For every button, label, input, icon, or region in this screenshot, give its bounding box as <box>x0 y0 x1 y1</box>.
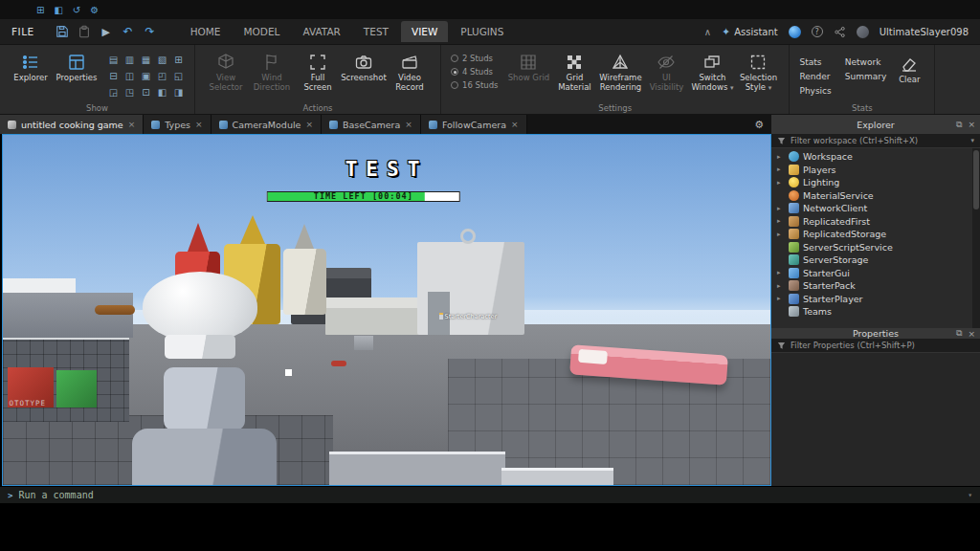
doc-tab-cameramodule[interactable]: CameraModule × <box>212 115 322 134</box>
close-tab-icon[interactable]: × <box>195 120 203 129</box>
show-mini-toggle-icon[interactable]: ⊞ <box>170 52 187 68</box>
stud-option-16[interactable]: 16 Studs <box>451 80 498 90</box>
show-mini-toggle-icon[interactable]: ⊡ <box>138 84 154 100</box>
show-mini-toggle-icon[interactable]: ▤ <box>105 52 122 68</box>
show-mini-toggle-icon[interactable]: ▥ <box>122 52 138 68</box>
close-tab-icon[interactable]: × <box>305 120 313 129</box>
explorer-button[interactable]: Explorer <box>8 50 54 86</box>
save-icon[interactable] <box>56 25 69 38</box>
stud-option-4[interactable]: 4 Studs <box>451 67 498 77</box>
explorer-filter-input[interactable]: Filter workspace (Ctrl+Shift+X) ▾ <box>771 134 980 148</box>
tree-item-replicatedstorage[interactable]: ▸ReplicatedStorage <box>771 228 980 241</box>
show-mini-toggle-icon[interactable]: ◫ <box>122 68 138 84</box>
chevron-right-icon[interactable]: ▸ <box>777 231 785 238</box>
tab-plugins[interactable]: PLUGINS <box>450 21 514 42</box>
show-mini-toggle-icon[interactable]: ◲ <box>105 84 122 100</box>
doc-tab-types[interactable]: Types × <box>144 115 211 134</box>
tab-home[interactable]: HOME <box>180 21 232 42</box>
clear-stats-button[interactable]: Clear <box>892 52 926 88</box>
close-tab-icon[interactable]: × <box>405 120 412 129</box>
tree-item-starterplayer[interactable]: ▸StarterPlayer <box>771 293 980 306</box>
tab-test[interactable]: TEST <box>353 21 399 42</box>
screenshot-button[interactable]: Screenshot <box>341 50 387 86</box>
show-grid-button[interactable]: Show Grid <box>505 50 551 86</box>
undo-icon[interactable]: ↶ <box>122 25 135 38</box>
show-mini-toggle-icon[interactable]: ◳ <box>122 84 138 100</box>
play-icon[interactable]: ▶ <box>100 25 113 38</box>
show-mini-toggle-icon[interactable]: ⊟ <box>105 68 122 84</box>
render-button[interactable]: Render <box>799 72 831 81</box>
wind-direction-button[interactable]: Wind Direction <box>249 50 295 96</box>
tree-item-networkclient[interactable]: ▸NetworkClient <box>771 202 980 215</box>
chevron-right-icon[interactable]: ▸ <box>777 153 785 161</box>
chevron-right-icon[interactable]: ▸ <box>777 205 785 212</box>
close-panel-icon[interactable]: × <box>968 329 975 339</box>
help-icon[interactable]: ? <box>812 26 823 37</box>
tab-avatar[interactable]: AVATAR <box>292 21 350 42</box>
chevron-right-icon[interactable]: ▸ <box>777 269 785 276</box>
close-tab-icon[interactable]: × <box>511 120 519 129</box>
network-button[interactable]: Network <box>845 57 887 67</box>
tree-item-teams[interactable]: Teams <box>771 305 980 319</box>
redo-icon[interactable]: ↷ <box>144 25 157 38</box>
doc-tab-untitled-cooking-game[interactable]: untitled cooking game × <box>0 115 144 134</box>
chevron-right-icon[interactable]: ▸ <box>777 295 785 302</box>
show-mini-toggle-icon[interactable]: ▦ <box>138 52 154 68</box>
close-tab-icon[interactable]: × <box>128 120 136 129</box>
command-bar[interactable]: > Run a command ▾ <box>0 486 980 503</box>
globe-icon[interactable] <box>789 26 801 38</box>
assistant-button[interactable]: ✦ Assistant <box>722 26 778 38</box>
doc-tab-basecamera[interactable]: BaseCamera × <box>322 115 421 134</box>
user-avatar[interactable] <box>857 26 869 38</box>
tree-item-materialservice[interactable]: MaterialService <box>771 189 980 203</box>
show-mini-toggle-icon[interactable]: ▣ <box>138 68 154 84</box>
tree-item-workspace[interactable]: ▸Workspace <box>771 150 980 164</box>
float-panel-icon[interactable]: ⧉ <box>956 328 962 339</box>
show-mini-toggle-icon[interactable]: ◧ <box>154 84 170 100</box>
tree-item-starterpack[interactable]: ▸StarterPack <box>771 279 980 293</box>
chevron-down-icon[interactable]: ▾ <box>970 137 974 144</box>
grid-material-button[interactable]: Grid Material <box>551 50 597 96</box>
tree-item-serverstorage[interactable]: ServerStorage <box>771 253 980 267</box>
paste-icon[interactable] <box>78 25 91 38</box>
tab-view[interactable]: VIEW <box>401 21 448 42</box>
stud-option-2[interactable]: 2 Studs <box>451 54 498 63</box>
view-selector-button[interactable]: View Selector <box>203 50 249 96</box>
chevron-right-icon[interactable]: ▸ <box>777 179 785 187</box>
wireframe-rendering-button[interactable]: Wireframe Rendering <box>597 50 643 96</box>
show-mini-toggle-icon[interactable]: ▧ <box>154 52 170 68</box>
tree-item-players[interactable]: ▸Players <box>771 164 980 177</box>
tree-item-startergui[interactable]: ▸StarterGui <box>771 267 980 280</box>
properties-filter-input[interactable]: Filter Properties (Ctrl+Shift+P) <box>771 339 980 353</box>
quick-icon-2[interactable]: ◧ <box>54 5 62 15</box>
chevron-down-icon[interactable]: ▾ <box>968 491 972 499</box>
tree-item-lighting[interactable]: ▸Lighting <box>771 176 980 189</box>
selection-style-button[interactable]: Selection Style ▾ <box>735 50 781 96</box>
gear-icon[interactable]: ⚙ <box>754 119 771 131</box>
tree-item-serverscriptservice[interactable]: ServerScriptService <box>771 241 980 254</box>
doc-tab-followcamera[interactable]: FollowCamera × <box>421 115 527 134</box>
ui-visibility-button[interactable]: UI Visibility <box>643 50 689 96</box>
chevron-right-icon[interactable]: ▸ <box>777 165 785 173</box>
quick-icon-4[interactable]: ⚙ <box>90 5 99 15</box>
summary-button[interactable]: Summary <box>845 72 887 81</box>
chevron-right-icon[interactable]: ▸ <box>777 282 785 290</box>
scrollbar-thumb[interactable] <box>973 150 979 209</box>
quick-icon-1[interactable]: ⊞ <box>36 5 44 15</box>
properties-button[interactable]: Properties <box>54 50 100 86</box>
physics-button[interactable]: Physics <box>799 86 831 96</box>
username[interactable]: UltimateSlayer098 <box>880 27 969 37</box>
float-panel-icon[interactable]: ⧉ <box>956 120 962 130</box>
share-icon[interactable] <box>834 26 846 38</box>
tab-model[interactable]: MODEL <box>233 21 290 42</box>
file-menu-button[interactable]: FILE <box>0 26 46 37</box>
close-panel-icon[interactable]: × <box>968 120 975 129</box>
tree-item-replicatedfirst[interactable]: ▸ReplicatedFirst <box>771 215 980 229</box>
show-mini-toggle-icon[interactable]: ◰ <box>154 68 170 84</box>
collapse-ribbon-icon[interactable]: ∧ <box>704 27 711 37</box>
viewport[interactable]: StarterCharacter OTOTYPE TEST <box>2 134 771 486</box>
show-mini-toggle-icon[interactable]: ◱ <box>170 68 187 84</box>
explorer-scrollbar[interactable] <box>972 148 980 328</box>
video-record-button[interactable]: Video Record <box>387 50 433 96</box>
show-mini-toggle-icon[interactable]: ◨ <box>170 84 187 100</box>
